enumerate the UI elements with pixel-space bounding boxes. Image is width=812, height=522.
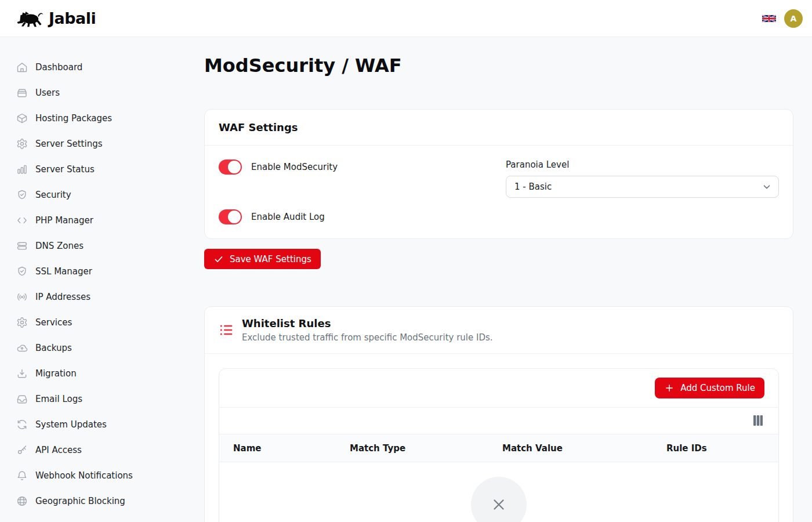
users-archive-icon — [16, 87, 28, 99]
bell-icon — [16, 470, 28, 481]
sidebar-item-backups[interactable]: Backups — [0, 335, 148, 361]
code-icon — [16, 215, 28, 226]
whitelist-table-card: Add Custom Rule Name Match Ty — [219, 368, 779, 522]
column-header-rule-ids: Rule IDs — [652, 434, 778, 462]
whitelist-rules-card: Whitelist Rules Exclude trusted traffic … — [204, 306, 793, 522]
column-header-match-value: Match Value — [488, 434, 652, 462]
sidebar-item-hosting-packages[interactable]: Hosting Packages — [0, 106, 148, 131]
sidebar-item-migration[interactable]: Migration — [0, 361, 148, 386]
globe-icon — [16, 495, 28, 507]
sidebar-item-php-manager[interactable]: PHP Manager — [0, 208, 148, 233]
boar-logo-icon — [16, 9, 44, 28]
waf-settings-card-title: WAF Settings — [205, 110, 793, 146]
enable-modsecurity-toggle[interactable] — [219, 160, 242, 175]
paranoia-level-field: Paranoia Level 1 - Basic — [506, 160, 779, 198]
enable-audit-log-label: Enable Audit Log — [251, 212, 325, 222]
refresh-icon — [16, 419, 28, 430]
gear-icon — [16, 138, 28, 150]
save-waf-settings-button[interactable]: Save WAF Settings — [204, 249, 321, 269]
home-icon — [16, 61, 28, 73]
column-header-match-type: Match Type — [336, 434, 488, 462]
toggle-knob — [228, 211, 241, 223]
list-icon — [219, 322, 234, 338]
plus-icon — [664, 383, 675, 393]
shield-check-icon — [16, 266, 28, 277]
enable-audit-log-toggle[interactable] — [219, 209, 242, 224]
bar-chart-icon — [16, 164, 28, 175]
broadcast-icon — [16, 291, 28, 303]
paranoia-level-label: Paranoia Level — [506, 160, 779, 170]
toggle-knob — [228, 161, 241, 173]
column-header-name: Name — [219, 434, 336, 462]
sidebar-item-ip-addresses[interactable]: IP Addresses — [0, 284, 148, 310]
sidebar-item-security[interactable]: Security — [0, 182, 148, 208]
inbox-icon — [16, 393, 28, 405]
user-avatar[interactable]: A — [784, 9, 803, 28]
sidebar-item-users[interactable]: Users — [0, 80, 148, 106]
empty-state-close-icon — [471, 477, 527, 522]
sidebar-item-email-logs[interactable]: Email Logs — [0, 386, 148, 412]
page-title: ModSecurity / WAF — [204, 55, 793, 77]
add-custom-rule-button[interactable]: Add Custom Rule — [655, 378, 764, 398]
whitelist-rules-subtitle: Exclude trusted traffic from specific Mo… — [242, 332, 493, 343]
sidebar-item-services[interactable]: Services — [0, 310, 148, 335]
sidebar-item-system-updates[interactable]: System Updates — [0, 412, 148, 437]
shield-check-icon — [16, 189, 28, 201]
enable-modsecurity-label: Enable ModSecurity — [251, 162, 338, 172]
sidebar-item-dashboard[interactable]: Dashboard — [0, 55, 148, 80]
sidebar-item-server-settings[interactable]: Server Settings — [0, 131, 148, 157]
sidebar-item-ssl-manager[interactable]: SSL Manager — [0, 259, 148, 284]
sidebar: Dashboard Users Hosting Packages Server … — [0, 37, 148, 522]
download-icon — [16, 368, 28, 379]
top-header: Jabali A — [0, 0, 812, 37]
key-icon — [16, 444, 28, 456]
cloud-upload-icon — [16, 342, 28, 354]
package-icon — [16, 113, 28, 124]
sidebar-item-geographic-blocking[interactable]: Geographic Blocking — [0, 488, 148, 514]
sidebar-item-dns-zones[interactable]: DNS Zones — [0, 233, 148, 259]
brand-logo[interactable]: Jabali — [16, 9, 96, 28]
whitelist-rules-table: Name Match Type Match Value Rule IDs — [219, 434, 778, 462]
uk-flag-icon[interactable] — [762, 13, 776, 24]
server-stack-icon — [16, 240, 28, 252]
table-empty-state — [219, 462, 778, 522]
columns-icon[interactable] — [753, 415, 763, 426]
check-icon — [213, 254, 224, 264]
sidebar-item-api-access[interactable]: API Access — [0, 437, 148, 463]
sidebar-item-webhook-notifications[interactable]: Webhook Notifications — [0, 463, 148, 488]
whitelist-rules-title: Whitelist Rules — [242, 317, 493, 329]
main-content: ModSecurity / WAF WAF Settings Enable Mo… — [148, 37, 812, 522]
brand-name: Jabali — [49, 9, 96, 27]
paranoia-level-select[interactable]: 1 - Basic — [506, 176, 779, 198]
gear-icon — [16, 317, 28, 328]
sidebar-item-server-status[interactable]: Server Status — [0, 157, 148, 182]
waf-settings-card: WAF Settings Enable ModSecurity Paranoia… — [204, 109, 793, 239]
